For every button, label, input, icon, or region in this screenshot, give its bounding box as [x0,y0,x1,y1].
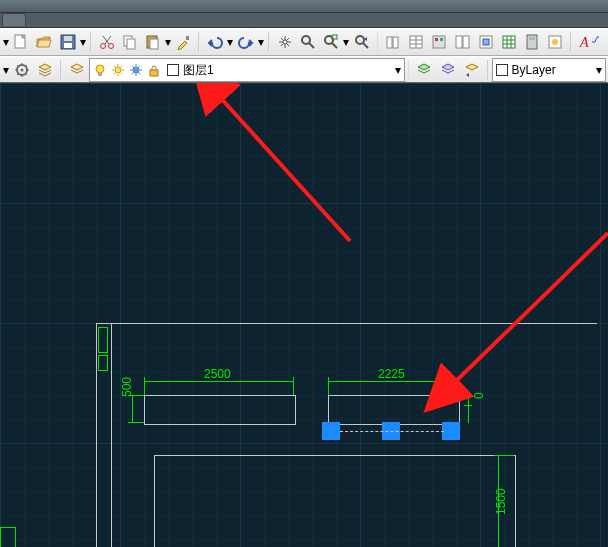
new-button[interactable] [11,31,32,53]
layer-states-button[interactable] [437,59,459,81]
zoom-realtime-button[interactable] [297,31,318,53]
chevron-down-icon: ▾ [395,63,401,77]
paste-dropdown[interactable]: ▾ [165,32,173,52]
save-dropdown[interactable]: ▾ [79,32,87,52]
corner-box [0,527,16,547]
svg-point-12 [302,36,310,44]
svg-rect-28 [529,37,535,40]
svg-rect-22 [456,36,462,48]
text-style-button[interactable]: A [576,31,605,53]
pan-button[interactable] [274,31,295,53]
open-button[interactable] [34,31,55,53]
layer-color-swatch [167,64,179,76]
svg-text:A: A [579,35,589,50]
lock-icon [147,63,161,77]
svg-rect-16 [387,37,392,48]
selection-grip[interactable] [322,422,340,440]
dimension-c: 500 [120,377,134,397]
model-geometry: 2500 2225 500 0 1500 [0,83,608,547]
svg-point-15 [356,36,364,44]
drawing-canvas[interactable]: 2500 2225 500 0 1500 [0,82,608,547]
layer-state-button[interactable] [66,59,88,81]
zoom-dropdown[interactable]: ▾ [343,32,351,52]
redo-dropdown[interactable]: ▾ [257,32,265,52]
layer-manager-button[interactable] [35,59,57,81]
lightbulb-icon [93,63,107,77]
separator [60,60,62,80]
calculator-button[interactable] [522,31,543,53]
layer-filter-button[interactable] [413,59,435,81]
svg-rect-10 [186,36,189,40]
wall-corner [98,327,108,353]
svg-rect-19 [433,36,445,48]
markup-button[interactable] [545,31,566,53]
svg-rect-23 [463,36,469,48]
save-button[interactable] [57,31,78,53]
chevron-down-icon: ▾ [596,63,602,77]
layer-name-label: 图层1 [183,62,214,79]
toolbar-handle[interactable]: ▾ [2,32,10,52]
dimension-a: 2500 [204,367,231,381]
layer-previous-button[interactable] [461,59,483,81]
settings-button[interactable] [11,59,33,81]
layer-combo[interactable]: 图层1 ▾ [89,58,405,82]
copy-button[interactable] [119,31,140,53]
redo-button[interactable] [235,31,256,53]
svg-rect-26 [503,36,515,48]
svg-point-36 [115,67,121,73]
wall-corner [98,355,108,371]
document-tab[interactable] [2,13,26,26]
undo-dropdown[interactable]: ▾ [227,32,235,52]
svg-point-34 [96,65,104,73]
zoom-previous-button[interactable] [351,31,372,53]
sheetset-button[interactable] [382,31,403,53]
svg-rect-2 [64,43,72,48]
separator [198,32,200,52]
svg-rect-35 [98,73,102,76]
color-combo[interactable]: ByLayer ▾ [492,58,606,82]
undo-button[interactable] [204,31,225,53]
dimension-b: 2225 [378,367,405,381]
counter-left [144,395,296,425]
sun-icon [111,63,125,77]
toolbar-handle[interactable]: ▾ [2,60,10,80]
svg-rect-25 [483,39,489,45]
svg-rect-38 [150,70,158,76]
properties-button[interactable] [406,31,427,53]
toolbar-layers: ▾ 图层1 ▾ ByLayer ▾ [0,56,608,84]
toolpalettes-button[interactable] [429,31,450,53]
separator [570,32,572,52]
svg-rect-3 [64,36,72,41]
svg-rect-17 [393,37,398,48]
svg-point-30 [552,39,558,45]
paste-button[interactable] [142,31,163,53]
separator [268,32,270,52]
block-editor-button[interactable] [475,31,496,53]
svg-rect-9 [150,39,158,49]
table-button[interactable] [498,31,519,53]
svg-rect-20 [435,38,438,41]
color-label: ByLayer [512,63,556,77]
separator [408,60,410,80]
svg-point-11 [283,40,287,44]
counter-right [328,395,460,425]
toolbar-standard: ▾ ▾ ▾ ▾ ▾ ▾ A [0,28,608,56]
cut-button[interactable] [96,31,117,53]
separator [377,32,379,52]
svg-point-4 [100,44,105,49]
freeze-icon [129,63,143,77]
svg-point-33 [20,69,23,72]
color-swatch [496,64,508,76]
separator [487,60,489,80]
svg-rect-21 [440,38,443,41]
match-props-button[interactable] [173,31,194,53]
inner-room [154,455,516,547]
selection-grip[interactable] [442,422,460,440]
document-tab-strip [0,13,608,28]
zoom-window-button[interactable] [320,31,341,53]
window-titlebar [0,0,608,13]
selection-dashed-line [340,431,444,432]
svg-point-5 [108,44,113,49]
design-center-button[interactable] [452,31,473,53]
svg-rect-7 [127,39,135,49]
